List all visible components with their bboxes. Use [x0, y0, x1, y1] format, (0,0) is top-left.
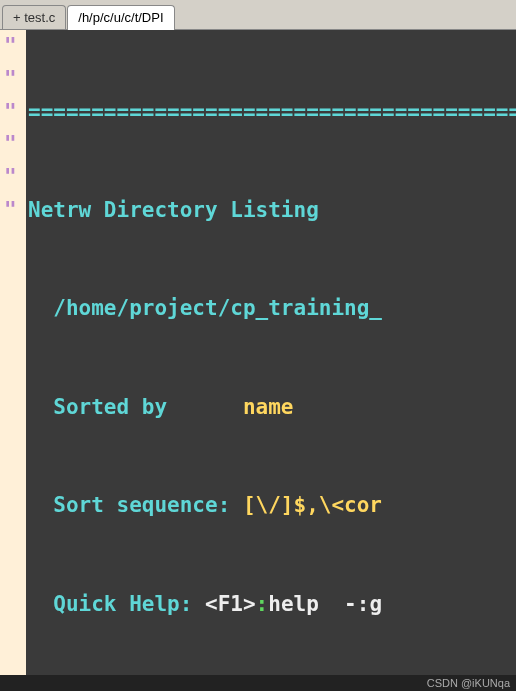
editor-area: " " " " " " ============================…	[0, 30, 516, 675]
fold-mark: "	[4, 194, 26, 227]
fold-mark: "	[4, 30, 26, 63]
tab-dpi[interactable]: /h/p/c/u/c/t/DPI	[67, 5, 174, 30]
help-key: <F1>	[205, 592, 256, 616]
tab-testc[interactable]: + test.c	[2, 5, 66, 29]
sortseq-value: [\/]$,\<cor	[243, 493, 382, 517]
help-text: help	[268, 592, 344, 616]
file-listing[interactable]: ========================================…	[26, 30, 516, 675]
netrw-path: /home/project/cp_training_	[53, 296, 382, 320]
sorted-label: Sorted by	[28, 395, 243, 419]
tab-bar: + test.c /h/p/c/u/c/t/DPI	[0, 0, 516, 30]
fold-mark: "	[4, 128, 26, 161]
watermark: CSDN @iKUNqa	[427, 675, 510, 691]
rule: ========================================…	[28, 100, 516, 124]
fold-mark	[4, 227, 26, 260]
netrw-title: Netrw Directory Listing	[28, 198, 319, 222]
fold-mark: "	[4, 63, 26, 96]
sorted-value: name	[243, 395, 294, 419]
help-label: Quick Help:	[28, 592, 205, 616]
fold-mark: "	[4, 161, 26, 194]
fold-mark: "	[4, 96, 26, 129]
gutter: " " " " " "	[0, 30, 26, 675]
sortseq-label: Sort sequence:	[28, 493, 243, 517]
